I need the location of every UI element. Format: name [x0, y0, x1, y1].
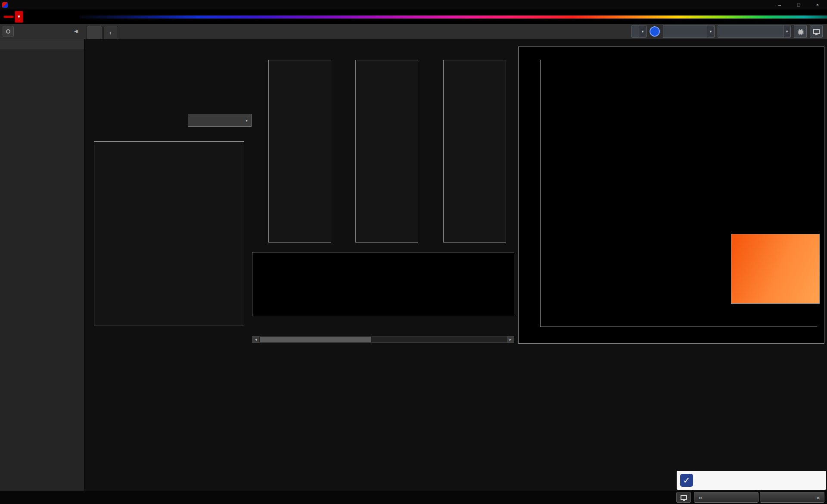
- maximize-button[interactable]: □: [789, 0, 808, 9]
- display-control-dropdown[interactable]: ▾: [718, 25, 791, 38]
- actual-target-swatch-strip: [252, 252, 514, 316]
- sidebar-tree: [0, 50, 84, 53]
- settings-button[interactable]: [794, 25, 807, 38]
- footer-bar: « »: [0, 491, 827, 504]
- de-formula-select[interactable]: ▾: [188, 114, 252, 127]
- delta-l-plot: [268, 60, 331, 243]
- delta-h-chart: [432, 50, 506, 243]
- delta-h-plot: [443, 60, 506, 243]
- display-settings-button[interactable]: [810, 25, 823, 38]
- monitor-icon: [681, 495, 687, 500]
- minimize-button[interactable]: –: [770, 0, 789, 9]
- sidebar: [0, 39, 84, 491]
- cie-diagram-panel: [518, 47, 824, 344]
- chevron-down-icon[interactable]: ▾: [707, 25, 714, 37]
- main-content: ▾ ◂ ▸: [84, 39, 827, 504]
- back-chevrons-icon: «: [699, 494, 702, 501]
- meter-count-badge: [650, 26, 660, 37]
- scroll-left-icon[interactable]: ◂: [252, 336, 259, 342]
- swatch-strip-scrollbar[interactable]: ◂ ▸: [252, 336, 514, 343]
- close-button[interactable]: ×: [808, 0, 827, 9]
- gear-icon: [797, 28, 804, 35]
- app-icon: [2, 2, 8, 8]
- sidebar-header: [0, 39, 84, 50]
- logo-dropdown-icon[interactable]: ▼: [15, 11, 23, 23]
- chevron-down-icon[interactable]: ▾: [639, 25, 646, 37]
- calman-logo[interactable]: ▼: [3, 11, 23, 23]
- scrollbar-thumb[interactable]: [260, 337, 371, 342]
- fullscreen-button[interactable]: [676, 492, 691, 503]
- delta-l-chart: [257, 50, 331, 243]
- monitor-icon: [813, 29, 820, 34]
- sidebar-collapse-icon[interactable]: ◀: [74, 28, 78, 34]
- cie-zoom-inset: [731, 234, 820, 304]
- delta-h-title: [432, 50, 506, 60]
- brand-bar: ▼: [0, 9, 827, 24]
- scroll-right-icon[interactable]: ▸: [507, 336, 514, 342]
- deltae-bars: [94, 143, 244, 326]
- circle-icon: [6, 29, 10, 34]
- chevron-down-icon[interactable]: ▾: [783, 25, 790, 37]
- calman-logo-text: [3, 16, 14, 18]
- toolbar: ◀ + ▾ ▾ ▾: [0, 24, 827, 39]
- next-button[interactable]: »: [760, 492, 824, 503]
- add-tab-button[interactable]: +: [103, 26, 118, 39]
- notebookcheck-check-icon: ✓: [680, 474, 693, 487]
- tab-history-1[interactable]: [86, 26, 103, 39]
- deltae-x-axis: [94, 328, 244, 337]
- next-chevrons-icon: »: [816, 494, 820, 501]
- delta-c-plot: [355, 60, 418, 243]
- deltae-bar-chart: [94, 141, 244, 326]
- chevron-down-icon: ▾: [246, 118, 251, 123]
- spectrum-stripe: [80, 16, 827, 19]
- back-button[interactable]: «: [694, 492, 759, 503]
- delta-c-title: [344, 50, 418, 60]
- notebookcheck-watermark: ✓: [677, 471, 826, 490]
- delta-l-title: [257, 50, 331, 60]
- delta-c-chart: [344, 50, 418, 243]
- source-dropdown[interactable]: ▾: [663, 25, 715, 38]
- title-bar: – □ ×: [0, 0, 827, 9]
- workspace-icon-button[interactable]: [3, 26, 14, 37]
- meter-dropdown[interactable]: ▾: [631, 25, 647, 38]
